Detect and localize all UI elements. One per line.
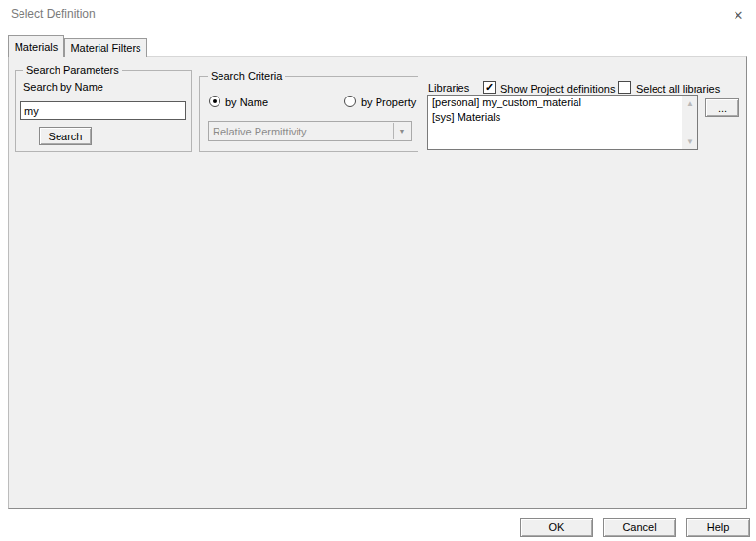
- search-by-name-label: Search by Name: [23, 81, 103, 93]
- tab-material-filters[interactable]: Material Filters: [64, 38, 147, 57]
- chevron-down-icon: ▼: [393, 123, 410, 139]
- property-dropdown[interactable]: Relative Permittivity ▼: [208, 121, 412, 141]
- help-button[interactable]: Help: [686, 518, 750, 537]
- title-bar: Select Definition ✕: [0, 0, 756, 29]
- tab-materials[interactable]: Materials: [8, 35, 64, 57]
- select-all-libraries-label[interactable]: Select all libraries: [636, 83, 720, 95]
- search-parameters-group: Search Parameters Search by Name Search: [15, 70, 192, 152]
- library-item[interactable]: [personal] my_custom_material: [428, 96, 697, 110]
- close-icon[interactable]: ✕: [727, 4, 750, 25]
- dialog-title: Select Definition: [11, 7, 96, 20]
- show-project-definitions-label[interactable]: Show Project definitions: [500, 83, 615, 95]
- by-name-radio-label[interactable]: by Name: [225, 97, 268, 108]
- search-parameters-group-label: Search Parameters: [23, 64, 122, 76]
- select-definition-dialog: Select Definition ✕ Materials Material F…: [0, 0, 756, 541]
- library-item[interactable]: [sys] Materials: [428, 110, 697, 125]
- by-property-radio-label[interactable]: by Property: [361, 97, 416, 108]
- libraries-label: Libraries: [428, 82, 469, 94]
- cancel-button[interactable]: Cancel: [603, 518, 676, 537]
- libraries-scrollbar[interactable]: ▲ ▼: [682, 96, 697, 149]
- select-all-libraries-checkbox[interactable]: [618, 81, 631, 94]
- search-criteria-group: Search Criteria by Name by Property Rela…: [199, 76, 418, 152]
- libraries-listbox[interactable]: [personal] my_custom_material [sys] Mate…: [427, 95, 698, 150]
- show-project-definitions-checkbox[interactable]: ✓: [483, 81, 496, 94]
- materials-tab-page: Search Parameters Search by Name Search …: [8, 56, 747, 509]
- scroll-up-icon[interactable]: ▲: [682, 96, 697, 111]
- search-button[interactable]: Search: [39, 127, 92, 145]
- checkmark-icon: ✓: [485, 82, 494, 93]
- search-input[interactable]: [20, 101, 186, 120]
- by-name-radio[interactable]: [209, 96, 220, 107]
- search-criteria-group-label: Search Criteria: [208, 70, 285, 82]
- scroll-down-icon[interactable]: ▼: [682, 134, 697, 149]
- ok-button[interactable]: OK: [520, 518, 593, 537]
- browse-libraries-button[interactable]: ...: [705, 98, 739, 117]
- by-property-radio[interactable]: [344, 96, 356, 107]
- property-dropdown-value: Relative Permittivity: [213, 126, 307, 137]
